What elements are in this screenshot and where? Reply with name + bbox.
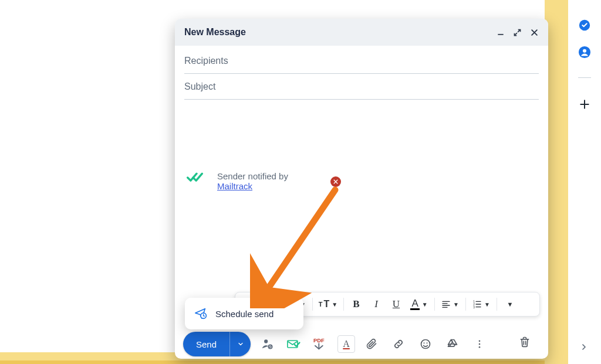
fmt-sep-6 [497,298,497,311]
italic-button[interactable]: I [367,295,385,313]
svg-point-16 [479,343,481,345]
mailtrack-prefix: Sender notified by [217,171,288,181]
mailtrack-text: Sender notified by Mailtrack [217,171,288,191]
svg-point-15 [479,340,481,342]
svg-text:3: 3 [473,306,475,309]
fmt-sep-3 [343,298,344,311]
svg-point-12 [421,340,430,349]
schedule-send-label: Schedule send [215,309,274,319]
expand-sidepanel-icon[interactable] [578,341,590,353]
recipients-field[interactable]: Recipients [184,48,539,74]
svg-point-13 [424,342,425,343]
underline-button[interactable]: U [387,295,405,313]
emoji-icon[interactable] [415,334,436,355]
add-signature-icon[interactable] [256,334,278,355]
align-button[interactable]: ▼ [438,295,462,313]
mailtrack-dismiss-icon[interactable] [330,176,341,187]
svg-point-8 [264,339,268,343]
schedule-send-icon [194,307,207,321]
mailtrack-compose-icon[interactable] [283,334,305,355]
svg-rect-3 [498,34,503,35]
send-options-button[interactable] [229,332,251,356]
close-icon[interactable] [530,28,539,37]
recipients-placeholder: Recipients [184,56,228,66]
side-panel [568,0,601,364]
svg-point-17 [479,346,481,348]
background-stripe-bottom-edge [0,360,568,364]
list-button[interactable]: 123▼ [470,295,493,313]
discard-draft-icon[interactable] [519,335,531,351]
fullscreen-icon[interactable] [513,28,522,37]
send-split-button: Send [183,332,251,356]
pdf-icon[interactable]: PDF [310,334,332,355]
svg-point-14 [427,342,428,343]
text-color-button[interactable]: A▼ [407,295,431,313]
more-actions-icon[interactable] [469,334,490,355]
svg-text:PDF: PDF [313,338,325,343]
fmt-sep-2 [312,298,313,311]
side-panel-divider [578,77,591,78]
add-addon-icon[interactable] [578,98,591,111]
more-formatting-button[interactable]: ▼ [501,295,518,313]
compose-action-row: Send PDF A [183,332,490,356]
send-button[interactable]: Send [183,332,229,356]
link-icon[interactable] [388,334,409,355]
svg-point-2 [583,49,586,53]
compose-title: New Message [184,27,246,38]
font-size-button[interactable]: TT▼ [316,295,340,313]
bold-button[interactable]: B [347,295,365,313]
formatting-toggle-button[interactable]: A [337,335,355,353]
subject-field[interactable]: Subject [184,74,539,100]
subject-placeholder: Subject [184,81,215,92]
compose-fields: Recipients Subject [175,46,548,100]
drive-icon[interactable] [442,334,463,355]
minimize-icon[interactable] [497,28,505,36]
fmt-sep-5 [465,298,466,311]
mailtrack-check-icon [187,171,207,186]
tasks-icon[interactable] [578,19,591,32]
schedule-send-item[interactable]: Schedule send [185,298,303,329]
background-stripe-right [545,0,568,364]
attach-icon[interactable] [361,334,382,355]
compose-header[interactable]: New Message [175,19,548,46]
mailtrack-notice: Sender notified by Mailtrack [187,171,341,191]
contacts-icon[interactable] [578,46,591,59]
fmt-sep-4 [434,298,435,311]
mailtrack-link[interactable]: Mailtrack [217,181,252,191]
